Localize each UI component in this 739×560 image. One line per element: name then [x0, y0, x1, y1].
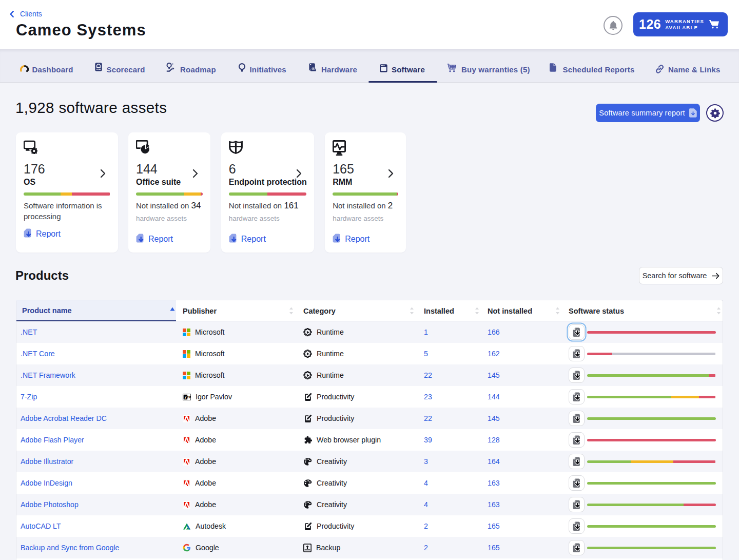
svg-text:7: 7	[184, 394, 187, 399]
svg-text:ZIP: ZIP	[187, 395, 191, 398]
